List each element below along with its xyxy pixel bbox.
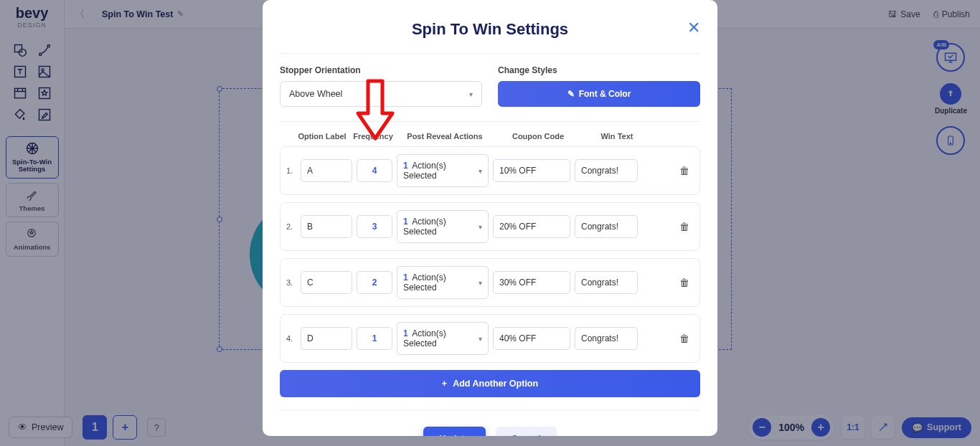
font-color-button[interactable]: ✎ Font & Color — [498, 81, 700, 107]
delete-row-button[interactable]: 🗑 — [675, 161, 694, 180]
row-index: 2. — [286, 222, 296, 231]
chevron-down-icon: ▾ — [479, 335, 482, 343]
stopper-label: Stopper Orientation — [280, 65, 482, 75]
modal-title: Spin To Win Settings — [412, 20, 568, 39]
option-label-input[interactable] — [301, 215, 352, 238]
stopper-value: Above Wheel — [289, 89, 342, 99]
frequency-input[interactable] — [357, 215, 392, 238]
option-row: 2. 1 Action(s) Selected ▾ 🗑 — [280, 202, 700, 251]
coupon-code-input[interactable] — [493, 159, 570, 182]
chevron-down-icon: ▾ — [479, 223, 482, 231]
header-win: Win Text — [581, 132, 653, 141]
option-row: 1. 1 Action(s) Selected ▾ 🗑 — [280, 146, 700, 195]
header-frequency: Frequency — [352, 132, 395, 141]
coupon-code-input[interactable] — [493, 327, 570, 350]
header-actions: Post Reveal Actions — [395, 132, 495, 141]
option-label-input[interactable] — [301, 271, 352, 294]
add-option-button[interactable]: + Add Another Option — [280, 370, 700, 397]
post-reveal-actions-select[interactable]: 1 Action(s) Selected ▾ — [397, 266, 489, 299]
chevron-down-icon: ▾ — [479, 279, 482, 287]
pencil-icon: ✎ — [567, 89, 575, 99]
close-button[interactable]: ✕ — [687, 19, 700, 37]
frequency-input[interactable] — [357, 271, 392, 294]
option-row: 3. 1 Action(s) Selected ▾ 🗑 — [280, 258, 700, 307]
coupon-code-input[interactable] — [493, 215, 570, 238]
post-reveal-actions-select[interactable]: 1 Action(s) Selected ▾ — [397, 210, 489, 243]
option-row: 4. 1 Action(s) Selected ▾ 🗑 — [280, 314, 700, 363]
delete-row-button[interactable]: 🗑 — [675, 329, 694, 348]
frequency-input[interactable] — [357, 159, 392, 182]
delete-row-button[interactable]: 🗑 — [675, 217, 694, 236]
win-text-input[interactable] — [575, 215, 638, 238]
row-index: 3. — [286, 278, 296, 287]
win-text-input[interactable] — [575, 159, 638, 182]
frequency-input[interactable] — [357, 327, 392, 350]
chevron-down-icon: ▾ — [469, 90, 473, 98]
post-reveal-actions-select[interactable]: 1 Action(s) Selected ▾ — [397, 322, 489, 355]
delete-row-button[interactable]: 🗑 — [675, 273, 694, 292]
header-option-label: Option Label — [293, 132, 352, 141]
coupon-code-input[interactable] — [493, 271, 570, 294]
row-index: 1. — [286, 166, 296, 175]
cancel-button[interactable]: Cancel — [496, 427, 557, 436]
win-text-input[interactable] — [575, 271, 638, 294]
option-label-input[interactable] — [301, 327, 352, 350]
stopper-orientation-select[interactable]: Above Wheel ▾ — [280, 81, 482, 107]
styles-label: Change Styles — [498, 65, 700, 75]
option-label-input[interactable] — [301, 159, 352, 182]
header-coupon: Coupon Code — [495, 132, 581, 141]
chevron-down-icon: ▾ — [479, 167, 482, 175]
plus-icon: + — [442, 379, 447, 389]
options-list: 1. 1 Action(s) Selected ▾ 🗑 2. 1 Action(… — [280, 146, 700, 363]
spin-settings-modal: Spin To Win Settings ✕ Stopper Orientati… — [263, 0, 717, 436]
options-table-header: Option Label Frequency Post Reveal Actio… — [280, 122, 700, 146]
win-text-input[interactable] — [575, 327, 638, 350]
post-reveal-actions-select[interactable]: 1 Action(s) Selected ▾ — [397, 154, 489, 187]
row-index: 4. — [286, 334, 296, 343]
update-button[interactable]: Update — [423, 427, 485, 436]
